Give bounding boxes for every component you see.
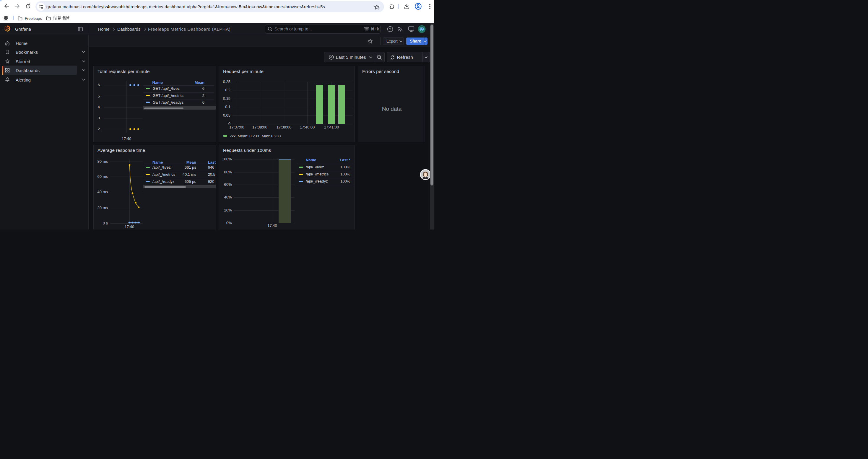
svg-text:?: ? [389, 27, 391, 31]
